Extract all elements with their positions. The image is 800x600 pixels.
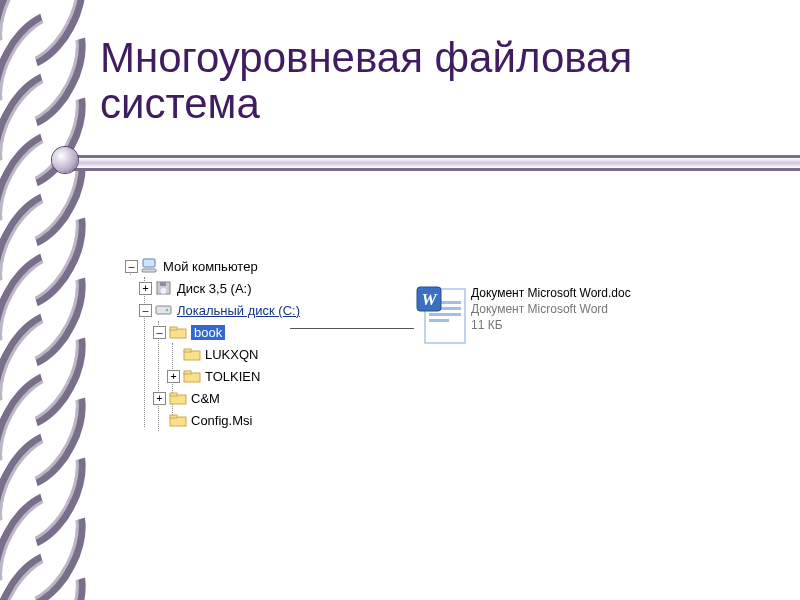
divider-disc [52,147,78,173]
collapse-icon[interactable]: – [153,326,166,339]
node-label: Config.Msi [191,413,252,428]
svg-point-4 [161,288,167,294]
svg-text:W: W [421,290,438,309]
collapse-icon[interactable]: – [125,260,138,273]
tree-node-cm[interactable]: + C&M [153,387,300,409]
node-label: LUKXQN [205,347,258,362]
slide: Многоуровневая файловая система – Мой ко… [0,0,800,600]
svg-rect-12 [184,371,191,374]
svg-rect-8 [170,327,177,330]
folder-icon [169,412,187,428]
collapse-icon[interactable]: – [139,304,152,317]
folder-open-icon [169,324,187,340]
hard-drive-icon [155,302,173,318]
expand-icon[interactable]: + [153,392,166,405]
svg-rect-20 [429,313,461,316]
expand-icon[interactable]: + [139,282,152,295]
node-label: Мой компьютер [163,259,258,274]
tree-node-tolkien[interactable]: + TOLKIEN [167,365,300,387]
tree-node-floppy[interactable]: + Диск 3,5 (A:) [139,277,300,299]
svg-rect-0 [143,259,155,267]
word-document-icon: W [415,285,465,345]
file-tree: – Мой компьютер + Диск 3,5 (A:) – Локаль… [125,255,300,431]
document-details: Документ Microsoft Word.doc Документ Mic… [471,285,631,345]
svg-rect-10 [184,349,191,352]
folder-icon [169,390,187,406]
floppy-disk-icon [155,280,173,296]
expand-icon[interactable]: + [167,370,180,383]
svg-rect-3 [160,282,166,286]
svg-rect-21 [429,319,449,322]
tree-node-cdrive[interactable]: – Локальный диск (C:) [139,299,300,321]
svg-rect-14 [170,393,177,396]
connector-line [290,328,414,329]
node-label: C&M [191,391,220,406]
document-type: Документ Microsoft Word [471,301,631,317]
folder-icon [183,346,201,362]
computer-icon [141,258,159,274]
tree-node-book[interactable]: – book [153,321,300,343]
document-item[interactable]: W Документ Microsoft Word.doc Документ M… [415,285,631,345]
svg-rect-5 [156,306,171,314]
node-label: Диск 3,5 (A:) [177,281,252,296]
spiral-binding [0,0,80,600]
tree-node-config[interactable]: Config.Msi [153,409,300,431]
svg-rect-1 [142,269,156,272]
divider-line [60,155,800,171]
svg-rect-16 [170,415,177,418]
svg-point-6 [166,309,168,311]
document-size: 11 КБ [471,317,631,333]
node-label: TOLKIEN [205,369,260,384]
tree-node-root[interactable]: – Мой компьютер [125,255,300,277]
tree-node-lukxqn[interactable]: LUKXQN [167,343,300,365]
node-label: Локальный диск (C:) [177,303,300,318]
slide-title: Многоуровневая файловая система [100,35,780,127]
node-label: book [191,325,225,340]
folder-icon [183,368,201,384]
document-name: Документ Microsoft Word.doc [471,285,631,301]
